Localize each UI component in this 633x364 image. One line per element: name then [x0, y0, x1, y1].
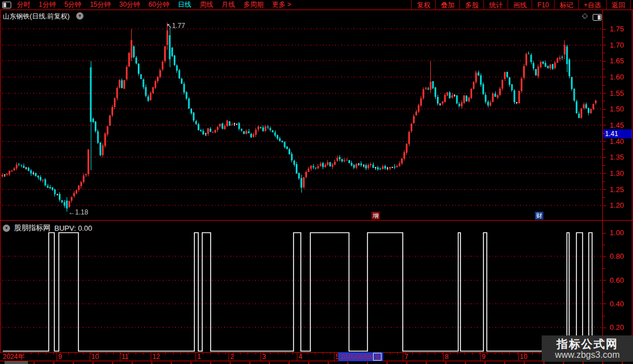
tools-menu-item-6[interactable]: 标记: [554, 0, 578, 10]
axis-tick: [603, 125, 606, 125]
tools-menu-item-2[interactable]: 多股: [459, 0, 483, 10]
week-tick: [532, 353, 533, 354]
price-axis-label: 1.35: [603, 153, 631, 161]
week-tick: [308, 353, 308, 354]
month-cell-border: [480, 353, 481, 361]
clipped-mark: [426, 362, 427, 364]
week-tick: [98, 353, 99, 354]
tools-menu-item-7[interactable]: +自选: [578, 0, 606, 10]
period-menu-item-5[interactable]: 60分钟: [148, 0, 169, 10]
clipped-mark: [347, 362, 348, 364]
week-tick: [337, 353, 338, 354]
period-menu-item-2[interactable]: 5分钟: [64, 0, 82, 10]
axis-tick: [603, 109, 606, 110]
week-tick: [300, 353, 301, 354]
period-menu-item-3[interactable]: 15分钟: [90, 0, 110, 10]
axis-tick: [603, 233, 606, 234]
period-menu-item-1[interactable]: 1分钟: [39, 0, 56, 10]
week-tick: [323, 353, 323, 354]
week-tick: [330, 353, 331, 354]
clipped-mark: [92, 362, 94, 364]
period-menu-item-9[interactable]: 多周期: [243, 0, 263, 10]
month-cell-border: [334, 353, 334, 361]
indicator-axis-label: 0.40: [603, 300, 631, 307]
month-cell-border: [260, 353, 261, 361]
left-arrow-icon: ←: [68, 208, 75, 216]
watermark-title: 指标公式网: [557, 338, 618, 350]
clipped-mark: [485, 362, 486, 364]
week-tick: [38, 353, 39, 354]
clipped-mark: [53, 362, 54, 364]
week-tick: [315, 353, 315, 354]
week-tick: [397, 353, 398, 354]
month-cell-border: [229, 353, 229, 361]
month-label: 10: [520, 353, 527, 361]
period-menu-item-6[interactable]: 日线: [178, 0, 191, 10]
clipped-mark: [34, 362, 35, 364]
price-axis-label: 1.70: [603, 41, 631, 49]
tools-menu-item-3[interactable]: 统计: [483, 0, 508, 10]
axis-minor-tick: [603, 149, 605, 150]
event-marker-zeng[interactable]: 增: [371, 212, 380, 220]
price-axis-label: 1.40: [603, 138, 631, 145]
week-tick: [292, 353, 293, 354]
axis-minor-tick: [603, 197, 605, 198]
axis-minor-tick: [603, 165, 605, 166]
week-tick: [76, 353, 76, 354]
week-tick: [472, 353, 473, 354]
year-label: 2024年: [3, 353, 25, 361]
axis-tick: [603, 256, 606, 257]
week-tick: [53, 353, 54, 354]
week-tick: [225, 353, 226, 354]
price-axis-label: 1.60: [603, 73, 631, 81]
week-tick: [16, 353, 16, 354]
axis-minor-tick: [603, 117, 605, 118]
week-tick: [539, 353, 540, 354]
week-tick: [128, 353, 129, 354]
period-menu-item-0[interactable]: 分时: [17, 0, 30, 10]
event-marker-cai[interactable]: 财: [535, 212, 543, 220]
period-menu-item-7[interactable]: 周线: [199, 0, 213, 10]
tools-menu-item-4[interactable]: 画线: [508, 0, 532, 10]
month-label: 11: [122, 353, 128, 361]
bupv-signal-line: [3, 233, 598, 352]
clipped-mark: [190, 362, 192, 364]
week-tick: [8, 353, 9, 354]
split-window-icon[interactable]: [2, 2, 11, 8]
clipped-mark: [230, 362, 231, 364]
frame-right-line: [632, 0, 632, 361]
week-tick: [120, 353, 121, 354]
week-tick: [480, 353, 480, 354]
week-tick: [106, 353, 106, 354]
axis-tick: [603, 77, 606, 77]
tools-menu-item-5[interactable]: F10: [532, 0, 554, 10]
high-annotation: ↖1.77: [166, 22, 185, 30]
low-annotation: ←1.18: [68, 208, 89, 216]
week-tick: [390, 353, 390, 354]
tools-menu-item-0[interactable]: 复权: [411, 0, 435, 10]
week-tick: [203, 353, 203, 354]
week-tick: [278, 353, 278, 354]
month-cell-border: [57, 353, 57, 361]
axis-minor-tick: [603, 69, 605, 69]
tools-menu-item-8[interactable]: 返回: [606, 0, 631, 10]
period-menu-item-8[interactable]: 月线: [221, 0, 235, 10]
week-tick: [113, 353, 114, 354]
clipped-mark: [328, 362, 329, 364]
period-menu-item-4[interactable]: 30分钟: [119, 0, 140, 10]
week-tick: [24, 353, 24, 354]
week-tick: [255, 353, 256, 354]
period-menu-item-10[interactable]: 更多 >: [272, 0, 291, 10]
clipped-mark: [151, 362, 152, 364]
clipped-mark: [583, 362, 584, 364]
axis-tick: [603, 304, 606, 304]
clipped-mark: [524, 362, 525, 364]
clipped-mark: [622, 362, 623, 364]
indicator-axis-label: 1.00: [603, 229, 631, 236]
tools-menu-item-1[interactable]: 叠加: [435, 0, 459, 10]
clipped-mark: [387, 362, 388, 364]
week-tick: [83, 353, 83, 354]
clipped-mark: [367, 362, 368, 364]
watermark: 指标公式网 www.zbgs3.com: [542, 335, 633, 362]
clipped-mark: [132, 362, 133, 364]
